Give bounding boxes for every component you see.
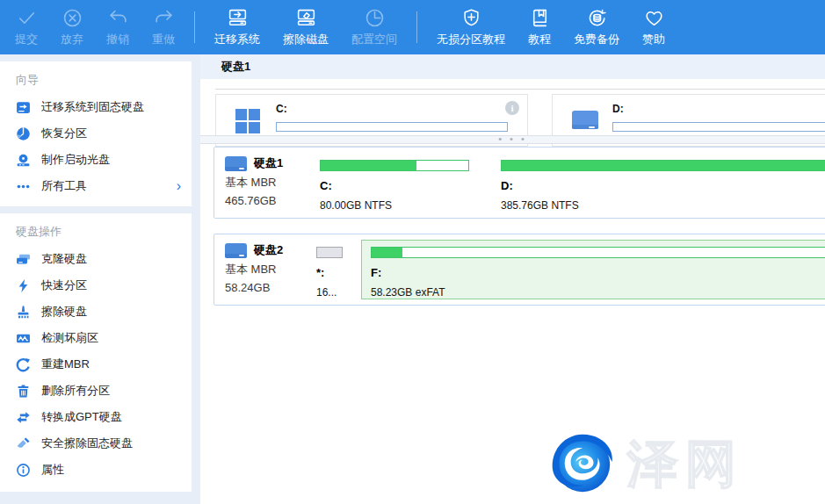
tab-disk1[interactable]: 硬盘1	[200, 54, 271, 79]
partition-detail: 58.23GB exFAT	[371, 286, 825, 299]
sidebar-item-bootable-media[interactable]: 制作启动光盘	[0, 147, 192, 173]
toolbar-separator	[194, 11, 195, 43]
redo-label: 重做	[152, 32, 175, 47]
sidebar-item-label: 检测坏扇区	[41, 330, 98, 346]
convert-gpt-icon	[16, 410, 31, 425]
usage-bar-fill	[321, 161, 416, 170]
wipe-disk-icon	[295, 7, 317, 29]
migrate-os-button[interactable]: 迁移系统	[203, 0, 271, 54]
tutorial-button[interactable]: 教程	[517, 0, 562, 54]
discard-label: 放弃	[61, 32, 83, 47]
partition-label: F:	[371, 266, 825, 279]
sidebar-item-label: 所有工具	[41, 178, 87, 194]
undo-icon	[107, 7, 129, 29]
sidebar-item-label: 制作启动光盘	[41, 152, 110, 168]
splitter-dots-icon: • • •	[498, 134, 527, 144]
undo-label: 撤销	[106, 32, 129, 47]
partition-label: *:	[316, 266, 343, 279]
sponsor-label: 赞助	[642, 32, 665, 47]
redo-button[interactable]: 重做	[141, 0, 186, 54]
sponsor-button[interactable]: 赞助	[631, 0, 677, 54]
submit-label: 提交	[15, 32, 38, 47]
partition-detail: 16...	[316, 286, 343, 299]
sidebar-item-label: 擦除硬盘	[41, 304, 87, 320]
allocate-space-clock-icon	[364, 7, 386, 29]
toolbar: 提交 放弃 撤销 重做 迁移系统 擦除磁盘 配置空间 无损	[0, 0, 825, 54]
partition-label: D:	[501, 179, 825, 192]
shield-plus-icon	[460, 7, 482, 29]
partition-card-unnamed[interactable]: *: 16...	[310, 240, 349, 299]
redo-icon	[153, 7, 175, 29]
check-icon	[16, 7, 38, 29]
watermark-text: 泽网	[627, 430, 743, 499]
disk-row-2: 硬盘2 基本 MBR 58.24GB *: 16... F: 58.23GB e…	[213, 234, 825, 306]
sidebar-item-all-tools[interactable]: 所有工具 ›	[0, 173, 192, 199]
sidebar-item-label: 属性	[41, 462, 64, 478]
drive-icon	[572, 111, 598, 129]
submit-button[interactable]: 提交	[4, 0, 49, 54]
partition-list: *: 16... F: 58.23GB exFAT	[305, 234, 825, 305]
watermark-logo-icon	[548, 430, 617, 499]
sidebar-item-label: 迁移系统到固态硬盘	[41, 99, 144, 115]
disk-name: 硬盘1	[254, 155, 283, 171]
sidebar-item-secure-erase-ssd[interactable]: 安全擦除固态硬盘	[0, 430, 192, 457]
migrate-os-disk-icon	[227, 7, 249, 29]
allocate-space-button[interactable]: 配置空间	[340, 0, 409, 54]
hdd-icon	[225, 156, 247, 171]
usage-bar	[320, 160, 469, 171]
partition-card-f-selected[interactable]: F: 58.23GB exFAT	[361, 240, 825, 299]
quick-partition-icon	[16, 278, 31, 293]
disk1-info[interactable]: 硬盘1 基本 MBR 465.76GB	[214, 148, 305, 218]
disk-type: 基本 MBR	[225, 175, 305, 191]
migrate-ssd-icon	[16, 100, 31, 115]
sidebar-item-quick-partition[interactable]: 快速分区	[0, 272, 192, 299]
wipe-disk-button[interactable]: 擦除磁盘	[271, 0, 340, 54]
partition-tutorial-label: 无损分区教程	[437, 32, 505, 47]
sidebar-item-migrate-ssd[interactable]: 迁移系统到固态硬盘	[0, 94, 192, 120]
sidebar-item-label: 转换成GPT硬盘	[41, 409, 122, 425]
usage-bar	[612, 122, 825, 132]
toolbar-separator	[416, 11, 417, 43]
main-panel: 硬盘1 C: i D: • • • 硬盘1 基本 MBR	[200, 54, 825, 504]
sidebar: 向导 迁移系统到固态硬盘 恢复分区 制作启动光盘 所有工具 › 硬盘操作	[0, 54, 192, 504]
preview-drive-label: C:	[276, 103, 287, 115]
undo-button[interactable]: 撤销	[95, 0, 141, 54]
backup-cylinder-icon	[586, 7, 608, 29]
partition-detail: 385.76GB NTFS	[501, 199, 825, 212]
partition-card-d[interactable]: D: 385.76GB NTFS	[491, 153, 825, 212]
partition-tutorial-button[interactable]: 无损分区教程	[425, 0, 517, 54]
disk-size: 465.76GB	[225, 194, 305, 207]
sidebar-item-label: 安全擦除固态硬盘	[41, 436, 133, 451]
splitter-handle[interactable]: • • •	[200, 135, 825, 144]
usage-bar-fill	[502, 161, 825, 170]
partition-card-c[interactable]: C: 80.00GB NTFS	[310, 153, 479, 212]
free-backup-button[interactable]: 免费备份	[562, 0, 631, 54]
usage-bar	[276, 122, 508, 132]
sidebar-item-convert-gpt[interactable]: 转换成GPT硬盘	[0, 404, 192, 430]
sidebar-item-label: 重建MBR	[41, 356, 90, 372]
sidebar-item-wipe-hdd[interactable]: 擦除硬盘	[0, 299, 192, 325]
section-title-wizard: 向导	[0, 61, 192, 94]
info-icon[interactable]: i	[505, 101, 519, 115]
sidebar-section-wizard: 向导 迁移系统到固态硬盘 恢复分区 制作启动光盘 所有工具 ›	[0, 61, 192, 206]
recover-partition-icon	[16, 126, 31, 141]
disk2-info[interactable]: 硬盘2 基本 MBR 58.24GB	[214, 234, 305, 305]
windows-icon	[235, 109, 260, 133]
sidebar-item-rebuild-mbr[interactable]: 重建MBR	[0, 351, 192, 378]
disk-name: 硬盘2	[254, 242, 283, 258]
sidebar-item-delete-all-partitions[interactable]: 删除所有分区	[0, 378, 192, 404]
usage-bar	[501, 160, 825, 171]
discard-button[interactable]: 放弃	[49, 0, 95, 54]
delete-partitions-icon	[16, 384, 31, 399]
sidebar-item-label: 克隆硬盘	[41, 251, 87, 267]
sidebar-item-label: 快速分区	[41, 277, 87, 293]
hdd-icon	[225, 243, 247, 258]
heart-icon	[643, 7, 665, 29]
sidebar-item-properties[interactable]: 属性	[0, 457, 192, 483]
preview-drive-label: D:	[612, 103, 624, 115]
partition-detail: 80.00GB NTFS	[320, 199, 469, 212]
disk-tab-bar: 硬盘1	[200, 54, 825, 79]
sidebar-item-clone-disk[interactable]: 克隆硬盘	[0, 246, 192, 272]
sidebar-item-recover-partition[interactable]: 恢复分区	[0, 120, 192, 147]
sidebar-item-check-bad-sectors[interactable]: 检测坏扇区	[0, 325, 192, 351]
